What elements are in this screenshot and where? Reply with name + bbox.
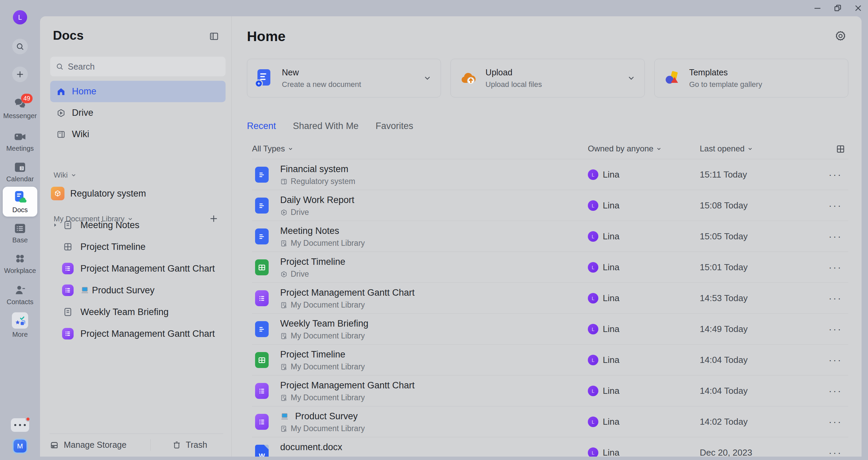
rail-item-docs-active[interactable]: Docs <box>3 187 37 217</box>
rail-item-meetings[interactable]: Meetings <box>0 131 40 152</box>
rail-more-options-button[interactable] <box>11 418 29 432</box>
search-input[interactable] <box>68 62 210 72</box>
table-row[interactable]: Weekly Team Briefing My Document Library… <box>252 314 848 345</box>
table-row[interactable]: Project Management Gantt Chart My Docume… <box>252 283 848 314</box>
upload-card[interactable]: Upload Upload local files <box>450 59 644 97</box>
table-row[interactable]: Project Timeline My Document Library L L… <box>252 345 848 375</box>
document-location: Drive <box>280 270 309 279</box>
workspace-avatar[interactable]: M <box>13 439 27 454</box>
rail-item-messenger[interactable]: Messenger <box>0 96 40 120</box>
drive-location-icon <box>280 271 288 278</box>
row-more-button[interactable]: ··· <box>829 159 842 190</box>
sidebar-item-home[interactable]: Home <box>50 81 226 102</box>
contacts-icon <box>14 284 26 296</box>
sidebar-tree-item[interactable]: Meeting Notes <box>40 214 232 236</box>
sidebar-item-regulatory-system[interactable]: Regulatory system <box>50 184 226 203</box>
video-camera-icon <box>14 131 26 143</box>
owner-name: Lina <box>603 231 619 242</box>
card-title: Upload <box>485 68 626 77</box>
create-button[interactable] <box>12 67 28 82</box>
chevron-down-icon[interactable] <box>423 74 432 82</box>
grid-view-toggle[interactable] <box>835 144 846 154</box>
templates-card[interactable]: Templates Go to template gallery <box>654 59 848 97</box>
owner-cell: L Lina <box>588 345 619 375</box>
word-file-icon: W <box>255 445 269 457</box>
sidebar-tree-item[interactable]: Project Management Gantt Chart <box>40 258 232 279</box>
document-location: My Document Library <box>280 300 365 310</box>
table-row[interactable]: Project Management Gantt Chart My Docume… <box>252 375 848 406</box>
settings-gear-icon[interactable] <box>834 30 847 42</box>
type-filter-dropdown[interactable]: All Types <box>252 144 293 153</box>
sidebar-item-wiki[interactable]: Wiki <box>50 124 226 145</box>
last-opened-time: 15:11 Today <box>700 159 747 190</box>
doc-list-tabs: Recent Shared With Me Favorites <box>247 121 413 131</box>
row-more-button[interactable]: ··· <box>829 314 842 345</box>
table-row[interactable]: Product Survey My Document Library L Lin… <box>252 406 848 437</box>
sidebar-search[interactable] <box>50 57 226 76</box>
table-row[interactable]: Financial system Regulatory system L Lin… <box>252 159 848 190</box>
global-search-button[interactable] <box>12 39 28 54</box>
row-more-button[interactable]: ··· <box>829 190 842 221</box>
table-row[interactable]: Project Timeline Drive L Lina 15:01 Toda… <box>252 252 848 283</box>
minimize-button[interactable] <box>811 2 824 15</box>
owner-avatar: L <box>588 262 598 273</box>
row-more-button[interactable]: ··· <box>829 283 842 314</box>
rail-item-more[interactable]: More <box>0 312 40 338</box>
new-document-card[interactable]: New Create a new document <box>247 59 441 97</box>
sidebar-tree-item[interactable]: Project Timeline <box>40 236 232 258</box>
sidebar-tree-item[interactable]: Weekly Team Briefing <box>40 301 232 323</box>
owner-name: Lina <box>603 417 619 427</box>
tab-shared-with-me[interactable]: Shared With Me <box>293 121 359 131</box>
plus-icon <box>16 70 24 79</box>
rail-label: Meetings <box>6 145 34 152</box>
rail-item-calendar[interactable]: 3 Calendar <box>0 161 40 183</box>
tree-item-label: Project Management Gantt Chart <box>80 263 215 274</box>
manage-storage-button[interactable]: Manage Storage <box>50 440 127 450</box>
sidebar-tree-item[interactable]: Product Survey <box>40 279 232 301</box>
trash-button[interactable]: Trash <box>172 440 207 450</box>
rail-item-base[interactable]: Base <box>0 223 40 244</box>
document-title: Project Management Gantt Chart <box>280 288 414 298</box>
owner-avatar: L <box>588 417 598 427</box>
tree-item-label: Meeting Notes <box>80 220 139 231</box>
chevron-down-icon[interactable] <box>627 74 636 82</box>
rail-item-workplace[interactable]: Workplace <box>0 253 40 275</box>
profile-avatar[interactable]: L <box>13 10 27 24</box>
table-row[interactable]: Daily Work Report Drive L Lina 15:08 Tod… <box>252 190 848 221</box>
row-more-button[interactable]: ··· <box>829 437 842 457</box>
owner-filter-dropdown[interactable]: Owned by anyone <box>588 144 662 153</box>
tab-recent[interactable]: Recent <box>247 121 276 131</box>
sidebar-item-drive[interactable]: Drive <box>50 102 226 124</box>
base-icon <box>14 223 26 234</box>
drive-icon <box>56 108 66 118</box>
expand-arrow-icon[interactable] <box>53 222 61 228</box>
owner-cell: L Lina <box>588 252 619 283</box>
document-location: My Document Library <box>280 424 365 433</box>
row-more-button[interactable]: ··· <box>829 221 842 252</box>
row-more-button[interactable]: ··· <box>829 345 842 375</box>
collapse-sidebar-icon[interactable] <box>209 31 219 41</box>
document-location: My Document Library <box>280 362 365 371</box>
document-type-icon <box>255 383 269 399</box>
rail-item-contacts[interactable]: Contacts <box>0 284 40 306</box>
tab-favorites[interactable]: Favorites <box>375 121 413 131</box>
restore-button[interactable] <box>831 2 844 15</box>
last-opened-time: 15:08 Today <box>700 190 748 221</box>
tree-item-label: Project Management Gantt Chart <box>80 329 215 339</box>
row-more-button[interactable]: ··· <box>829 375 842 406</box>
owner-avatar: L <box>588 293 598 303</box>
sidebar-tree-item[interactable]: Project Management Gantt Chart <box>40 323 232 345</box>
row-more-button[interactable]: ··· <box>829 252 842 283</box>
owner-cell: L Lina <box>588 375 619 406</box>
sidebar-title: Docs <box>53 29 83 43</box>
new-document-icon <box>256 69 274 87</box>
laptop-emoji <box>80 286 89 294</box>
location-label: Regulatory system <box>291 177 355 186</box>
sort-dropdown[interactable]: Last opened <box>700 144 753 153</box>
owner-cell: L Lina <box>588 314 619 345</box>
table-row[interactable]: Meeting Notes My Document Library L Lina… <box>252 221 848 252</box>
close-button[interactable] <box>852 2 865 15</box>
row-more-button[interactable]: ··· <box>829 406 842 437</box>
wiki-section-header[interactable]: Wiki <box>54 171 77 180</box>
table-row[interactable]: W document.docx L Lina Dec 20, 2023 ··· <box>252 437 848 457</box>
